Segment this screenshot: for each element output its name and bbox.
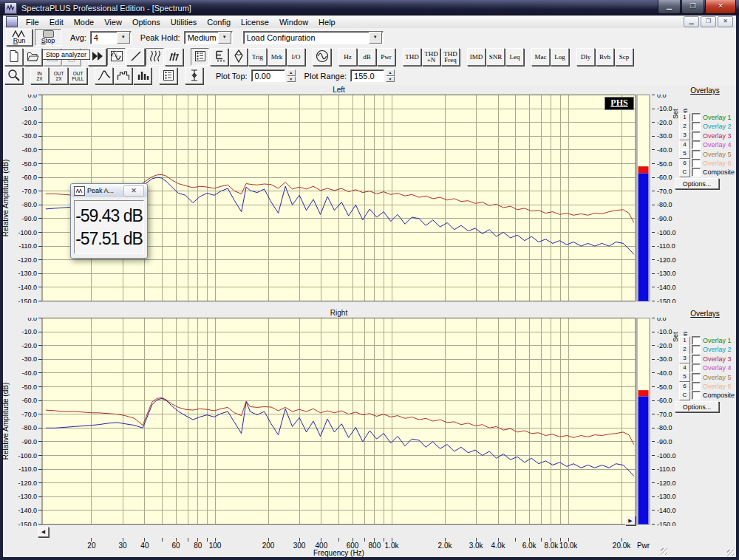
overlay-set-button-4[interactable]: 4 — [679, 363, 690, 373]
menu-utilities[interactable]: Utilities — [166, 17, 202, 27]
octave-mode-button[interactable] — [114, 67, 132, 84]
overlay-checkbox-6[interactable] — [692, 159, 701, 168]
scroll-left-button[interactable]: ◀ — [38, 527, 49, 537]
marker-tool-button[interactable] — [185, 67, 203, 84]
overlay-checkbox-3[interactable] — [692, 132, 701, 140]
avg-combo[interactable]: 4 ▼ — [90, 31, 132, 44]
peak-amplitude-window[interactable]: Peak A... ✕ -59.43 dB -57.51 dB — [70, 183, 148, 259]
minimize-button[interactable]: ▁ — [658, 0, 681, 14]
close-icon[interactable]: ✕ — [123, 185, 144, 197]
open-file-button[interactable] — [24, 48, 42, 66]
scope-button[interactable]: Scp — [615, 48, 633, 66]
overlay-set-button-1[interactable]: 1 — [679, 336, 690, 346]
peak-hold-combo[interactable]: Medium ▼ — [184, 31, 233, 44]
overlay-set-button-6[interactable]: 6 — [679, 159, 690, 168]
overlay-checkbox-2[interactable] — [692, 122, 701, 131]
menu-mode[interactable]: Mode — [69, 17, 100, 27]
chevron-down-icon[interactable]: ▼ — [369, 32, 382, 44]
menu-edit[interactable]: Edit — [44, 17, 69, 27]
overlay-set-button-2[interactable]: 2 — [679, 345, 690, 355]
hz-units-button[interactable]: Hz — [338, 48, 357, 66]
overlay-set-button-3[interactable]: 3 — [679, 131, 690, 140]
overlay-checkbox-5[interactable] — [692, 373, 701, 382]
new-file-button[interactable] — [4, 48, 23, 66]
imd-button[interactable]: IMD — [467, 48, 486, 66]
overlay-set-button-1[interactable]: 1 — [679, 113, 690, 123]
mdi-restore-button[interactable]: ❐ — [701, 16, 716, 27]
overlay-checkbox-C[interactable] — [692, 168, 701, 177]
bar-mode-button[interactable] — [133, 67, 151, 84]
run-button[interactable]: Run — [6, 29, 33, 46]
fast-forward-button[interactable] — [88, 48, 106, 66]
plot-range-spinner[interactable]: ▲▼ — [386, 69, 395, 82]
zoom-tool-button[interactable] — [4, 67, 23, 84]
resize-grip[interactable] — [661, 548, 667, 555]
overlays-options-button[interactable]: Options... — [675, 178, 719, 189]
overlay-checkbox-6[interactable] — [692, 382, 701, 391]
overlay-set-button-4[interactable]: 4 — [679, 140, 690, 150]
title-bar[interactable]: SpectraPLUS Professional Edition - [Spec… — [0, 0, 739, 16]
plot-range-input[interactable]: 155.0 — [350, 69, 384, 82]
overlay-set-button-3[interactable]: 3 — [679, 354, 690, 363]
overlay-checkbox-C[interactable] — [692, 391, 701, 400]
snr-button[interactable]: SNR — [486, 48, 505, 66]
menu-view[interactable]: View — [99, 17, 127, 27]
trigger-button[interactable]: Trig — [248, 48, 267, 66]
leq-button[interactable]: Leq — [505, 48, 524, 66]
right-channel-plot[interactable]: 0.00.0-10.0-10.0-20.0-20.0-30.0-30.0-40.… — [0, 318, 739, 526]
mdi-child-icon[interactable] — [6, 16, 18, 27]
maximize-button[interactable]: ❐ — [681, 0, 704, 14]
zoom-out-2x-button[interactable]: OUT 2X — [50, 67, 68, 84]
power-units-button[interactable]: Pwr — [377, 48, 395, 66]
mdi-minimize-button[interactable]: ▁ — [684, 16, 699, 27]
plot-top-spinner[interactable]: ▲▼ — [287, 69, 296, 82]
overlays-title[interactable]: Overlays — [673, 310, 737, 318]
narrowband-mode-button[interactable] — [95, 67, 113, 84]
io-device-button[interactable]: I/O — [287, 48, 305, 66]
mdi-close-button[interactable]: ✕ — [718, 16, 733, 27]
zoom-out-full-button[interactable]: OUT FULL — [69, 67, 87, 84]
overlay-checkbox-4[interactable] — [692, 363, 701, 372]
reverb-button[interactable]: Rvb — [596, 48, 614, 66]
signal-generator-button[interactable] — [313, 48, 331, 66]
delay-button[interactable]: Dly — [576, 48, 595, 66]
signal-levels-button[interactable] — [210, 48, 228, 66]
menu-help[interactable]: Help — [313, 17, 341, 27]
overlay-set-button-C[interactable]: C — [679, 391, 690, 400]
chevron-down-icon[interactable]: ▼ — [117, 32, 130, 44]
overlay-checkbox-2[interactable] — [692, 345, 701, 354]
thd-plus-n-button[interactable]: THD +N — [422, 48, 440, 66]
resize-grip[interactable] — [727, 550, 734, 556]
overlay-set-button-5[interactable]: 5 — [679, 372, 690, 382]
peak-window-titlebar[interactable]: Peak A... ✕ — [71, 184, 147, 197]
overlay-checkbox-3[interactable] — [692, 355, 701, 363]
macro-button[interactable]: Mac — [531, 48, 550, 66]
overlay-checkbox-1[interactable] — [692, 113, 701, 122]
overlays-title[interactable]: Overlays — [673, 86, 737, 95]
thd-freq-button[interactable]: THD Freq — [441, 48, 460, 66]
overlay-set-button-C[interactable]: C — [679, 168, 690, 177]
menu-license[interactable]: License — [236, 17, 274, 27]
overlays-options-button[interactable]: Options... — [675, 401, 719, 412]
markers-button[interactable]: Mrk — [268, 48, 286, 66]
stop-button[interactable]: Stop — [35, 29, 61, 46]
zoom-in-2x-button[interactable]: IN 2X — [30, 67, 49, 84]
menu-window[interactable]: Window — [274, 17, 313, 27]
chevron-down-icon[interactable]: ▼ — [218, 32, 231, 44]
thd-button[interactable]: THD — [403, 48, 421, 66]
spectrum-display-button[interactable] — [146, 48, 164, 66]
close-button[interactable]: ✕ — [705, 0, 736, 14]
plot-settings-button[interactable] — [159, 67, 177, 84]
scroll-right-button[interactable]: ▶ — [625, 516, 636, 525]
menu-config[interactable]: Config — [202, 17, 236, 27]
overlay-set-button-2[interactable]: 2 — [679, 122, 690, 132]
overlay-checkbox-5[interactable] — [692, 150, 701, 159]
db-units-button[interactable]: dB — [358, 48, 376, 66]
spectrogram-display-button[interactable] — [165, 48, 183, 66]
load-configuration-combo[interactable]: Load Configuration ▼ — [243, 31, 384, 44]
logging-button[interactable]: Log — [551, 48, 569, 66]
spin-top-button[interactable] — [229, 48, 248, 66]
overlay-set-button-6[interactable]: 6 — [679, 382, 690, 392]
menu-file[interactable]: File — [21, 17, 44, 27]
menu-options[interactable]: Options — [127, 17, 166, 27]
